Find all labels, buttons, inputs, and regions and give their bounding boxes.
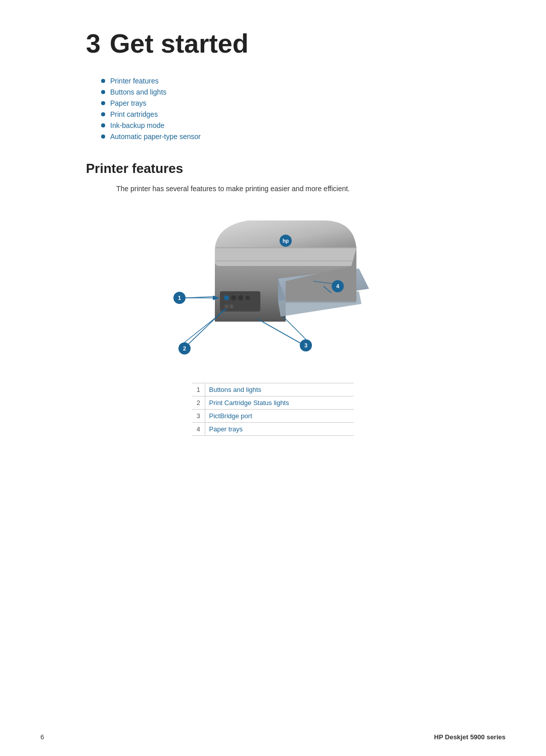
svg-point-8 [231, 295, 236, 300]
svg-point-11 [224, 304, 229, 308]
svg-text:2: 2 [183, 345, 186, 351]
feature-link-1[interactable]: Buttons and lights [209, 386, 261, 393]
printer-illustration: hp [86, 208, 460, 375]
toc-item-4: Print cartridges [101, 110, 460, 118]
chapter-title: Get started [110, 30, 249, 57]
svg-text:3: 3 [304, 342, 307, 348]
footer-product-name: HP Deskjet 5900 series [434, 733, 506, 741]
feature-link-2[interactable]: Print Cartridge Status lights [209, 399, 289, 407]
row-number: 1 [192, 383, 205, 396]
row-number: 4 [192, 423, 205, 436]
svg-point-12 [230, 304, 234, 308]
bullet-icon [101, 112, 105, 116]
row-label[interactable]: Paper trays [205, 423, 354, 436]
bullet-icon [101, 123, 105, 127]
row-label[interactable]: PictBridge port [205, 410, 354, 423]
bullet-icon [101, 79, 105, 83]
table-row: 4 Paper trays [192, 423, 354, 436]
row-number: 2 [192, 396, 205, 410]
row-label[interactable]: Print Cartridge Status lights [205, 396, 354, 410]
toc-item-3: Paper trays [101, 99, 460, 107]
bullet-icon [101, 101, 105, 105]
footer-page-number: 6 [40, 733, 44, 741]
bullet-icon [101, 90, 105, 94]
chapter-header: 3 Get started [86, 30, 460, 57]
svg-point-10 [246, 296, 250, 300]
table-row: 3 PictBridge port [192, 410, 354, 423]
toc-link-printer-features[interactable]: Printer features [110, 77, 159, 85]
feature-link-4[interactable]: Paper trays [209, 425, 243, 433]
svg-line-25 [185, 309, 226, 342]
toc-item-1: Printer features [101, 77, 460, 85]
row-label[interactable]: Buttons and lights [205, 383, 354, 396]
toc-link-buttons-lights[interactable]: Buttons and lights [110, 88, 166, 96]
bullet-icon [101, 135, 105, 139]
toc-item-6: Automatic paper-type sensor [101, 132, 460, 141]
page-footer: 6 HP Deskjet 5900 series [40, 733, 506, 741]
row-number: 3 [192, 410, 205, 423]
svg-text:1: 1 [178, 295, 181, 301]
toc-list: Printer features Buttons and lights Pape… [86, 77, 460, 141]
svg-text:4: 4 [336, 283, 340, 289]
section-description: The printer has several features to make… [86, 185, 460, 193]
table-row: 1 Buttons and lights [192, 383, 354, 396]
svg-text:hp: hp [283, 238, 289, 244]
svg-line-15 [258, 319, 301, 343]
section-title: Printer features [86, 161, 460, 176]
toc-link-print-cartridges[interactable]: Print cartridges [110, 110, 158, 118]
toc-item-2: Buttons and lights [101, 88, 460, 96]
feature-table: 1 Buttons and lights 2 Print Cartridge S… [192, 383, 354, 436]
toc-link-ink-backup[interactable]: Ink-backup mode [110, 121, 164, 129]
svg-rect-6 [220, 291, 260, 312]
toc-link-paper-trays[interactable]: Paper trays [110, 99, 147, 107]
svg-point-7 [224, 295, 229, 300]
svg-point-9 [238, 295, 243, 300]
svg-line-26 [283, 317, 306, 339]
toc-item-5: Ink-backup mode [101, 121, 460, 129]
toc-link-auto-sensor[interactable]: Automatic paper-type sensor [110, 132, 201, 141]
feature-link-3[interactable]: PictBridge port [209, 412, 252, 420]
chapter-number: 3 [86, 30, 101, 57]
printer-svg: hp [157, 208, 389, 365]
table-row: 2 Print Cartridge Status lights [192, 396, 354, 410]
